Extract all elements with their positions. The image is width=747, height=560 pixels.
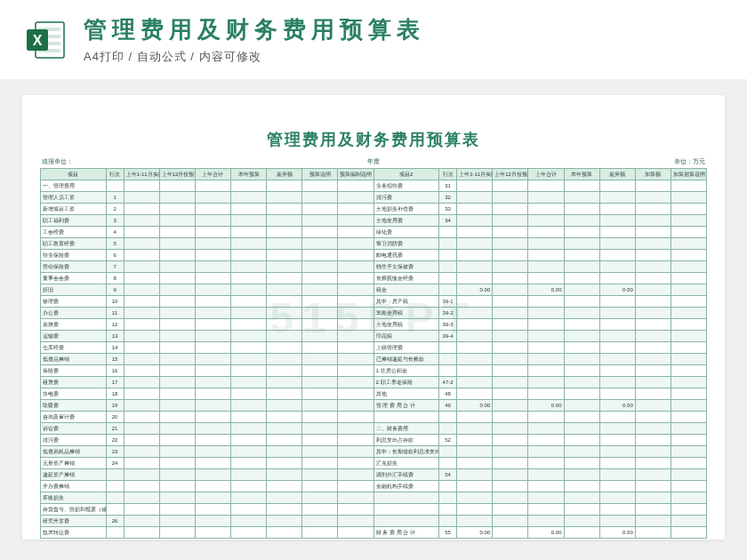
page-sub-title: A4打印 / 自动公式 / 内容可修改 [84,49,722,65]
cell: 仓库经费 [41,342,107,354]
cell [671,481,706,492]
cell: 财 务 费 用 合 计 [374,527,439,539]
cell [195,400,230,412]
cell [599,423,635,435]
cell [267,238,302,250]
cell [599,238,635,250]
cell [124,204,159,215]
cell: 管 理 费 用 合 计 [374,400,439,412]
cell: 其他 [374,388,439,400]
cell [338,458,374,469]
table-row: 董事会会费8丧葬抚恤金经费 [41,273,707,284]
cell [564,516,599,527]
cell [338,354,374,365]
cell [528,504,564,516]
cell [671,504,706,516]
cell [635,273,671,284]
cell [564,319,599,331]
cell: 职工教育经费 [41,238,107,250]
cell: 咨询及审计费 [41,412,107,423]
col-header: 预算编制说明 [338,169,374,180]
cell [564,192,599,204]
cell: 警卫消防费 [374,238,439,250]
cell [493,261,528,273]
cell [439,365,457,377]
cell [302,446,338,458]
cell [457,492,493,504]
cell [124,469,159,481]
cell [528,388,564,400]
cell [195,261,230,273]
cell [195,446,230,458]
cell: 保险费 [41,365,107,377]
cell: 低值易耗品摊销 [41,446,107,458]
cell [671,284,706,296]
cell: 水电费 [41,388,107,400]
cell [671,354,706,365]
cell [599,319,635,331]
cell [635,504,671,516]
cell [267,458,302,469]
cell [302,423,338,435]
cell [302,342,338,354]
cell: 坏账损失 [41,492,107,504]
cell: 23 [106,446,124,458]
table-row: 诉讼费21二、财务费用 [41,423,707,435]
cell [124,319,159,331]
cell [106,504,124,516]
cell [564,284,599,296]
cell [195,331,230,342]
cell [493,250,528,261]
cell [159,481,195,492]
cell [302,365,338,377]
cell [124,250,159,261]
cell [599,227,635,238]
cell [195,342,230,354]
cell [231,227,267,238]
cell [457,204,493,215]
cell [338,180,374,192]
cell [439,238,457,250]
cell [457,273,493,284]
cell [564,458,599,469]
cell: 22 [106,435,124,446]
cell [124,365,159,377]
cell [338,273,374,284]
cell: 土地使用费 [374,215,439,227]
cell [671,435,706,446]
cell: 上级管理费 [374,342,439,354]
cell [106,492,124,504]
cell: 3 [106,215,124,227]
cell [564,342,599,354]
cell [671,192,706,204]
cell [599,516,635,527]
col-header: 本年预算 [231,169,267,180]
cell [439,273,457,284]
cell [338,250,374,261]
table-row: 研究开发费26 [41,516,707,527]
cell [493,319,528,331]
cell [599,504,635,516]
cell [528,308,564,319]
cell: 18 [106,388,124,400]
table-row: 坏账损失 [41,492,707,504]
cell: 低值品摊销 [41,354,107,365]
cell [671,273,706,284]
cell [195,250,230,261]
spreadsheet-preview: 515PPT 管理费用及财务费用预算表 填报单位： 年度 单位：万元 项目行次上… [22,95,725,540]
cell [635,215,671,227]
cell [528,331,564,342]
cell: 34 [439,215,457,227]
cell [124,192,159,204]
cell [599,331,635,342]
cell [671,227,706,238]
cell [457,377,493,388]
cell [671,423,706,435]
cell: 已摊销递延与长帐款 [374,354,439,365]
cell [564,412,599,423]
cell [267,412,302,423]
cell [267,250,302,261]
cell [528,261,564,273]
cell [195,388,230,400]
cell [671,458,706,469]
